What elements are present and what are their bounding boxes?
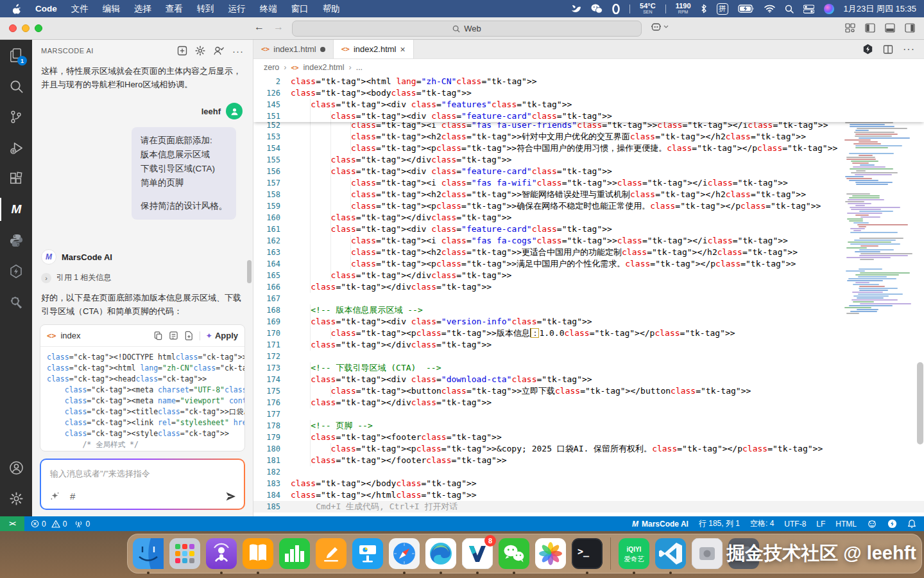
menu-app[interactable]: Code	[28, 0, 64, 17]
account-icon[interactable]	[0, 452, 32, 483]
code-line[interactable]: 170class="tk-tag"><pclass="tk-tag">>版本信息…	[253, 328, 924, 339]
python-icon[interactable]	[0, 225, 32, 256]
control-center-icon[interactable]	[803, 4, 814, 13]
send-button[interactable]	[225, 491, 236, 502]
extensions-icon[interactable]	[0, 163, 32, 194]
temperature-status[interactable]: 54°CSEN	[640, 3, 656, 15]
dock-app-vscode-icon[interactable]	[655, 538, 686, 569]
dock-app-safari-icon[interactable]	[389, 538, 420, 569]
code-line[interactable]: 171class="tk-tag"></divclass="tk-tag">>	[253, 339, 924, 351]
code-line[interactable]: 184class="tk-tag"></htmlclass="tk-tag">>	[253, 489, 924, 501]
app-status-icon[interactable]	[570, 4, 581, 13]
context-hash-button[interactable]: #	[70, 491, 75, 502]
tools-plugin-icon[interactable]	[0, 286, 32, 317]
explorer-icon[interactable]: 1	[0, 40, 32, 71]
menu-7[interactable]: 终端	[253, 0, 284, 17]
breadcrumb-file[interactable]: index2.html	[304, 63, 345, 72]
language-mode[interactable]: HTML	[835, 520, 857, 529]
menu-8[interactable]: 窗口	[284, 0, 316, 17]
dock-app-numbers-icon[interactable]	[279, 538, 310, 569]
code-line[interactable]: 2class="tk-tag"><html lang="zh-CN"class=…	[253, 76, 924, 87]
encoding[interactable]: UTF-8	[784, 520, 806, 529]
code-line[interactable]: 164class="tk-tag"><pclass="tk-tag">>满足中国…	[253, 258, 924, 270]
ring-status-icon[interactable]	[612, 4, 620, 14]
code-line[interactable]: 175class="tk-tag"><buttonclass="tk-tag">…	[253, 385, 924, 397]
new-chat-icon[interactable]	[177, 46, 187, 56]
spotlight-search-icon[interactable]	[785, 4, 794, 13]
code-line[interactable]: 157class="tk-tag"><i class="fas fa-wifi"…	[253, 177, 924, 189]
menu-6[interactable]: 运行	[221, 0, 253, 17]
source-control-icon[interactable]	[0, 101, 32, 132]
wechat-status-icon[interactable]	[591, 4, 603, 13]
reference-toggle[interactable]: › 引用 1 相关信息	[41, 272, 244, 283]
dock-app-photos-icon[interactable]	[535, 538, 566, 569]
close-tab-icon[interactable]: ×	[400, 44, 405, 55]
menu-4[interactable]: 查看	[158, 0, 190, 17]
run-debug-icon[interactable]	[0, 132, 32, 163]
command-sparkle-icon[interactable]	[50, 491, 60, 501]
menu-9[interactable]: 帮助	[316, 0, 347, 17]
code-line[interactable]: 179class="tk-tag"><footerclass="tk-tag">…	[253, 432, 924, 443]
ports-indicator[interactable]: 0	[74, 520, 90, 529]
eol-sequence[interactable]: LF	[816, 520, 825, 529]
minimize-window-button[interactable]	[22, 24, 30, 32]
problems-indicator[interactable]: 0 0	[31, 520, 67, 529]
ai-assistant-icon[interactable]	[867, 520, 877, 529]
code-line[interactable]: 163class="tk-tag"><h2class="tk-tag">>更适合…	[253, 247, 924, 258]
new-file-icon[interactable]	[184, 331, 194, 340]
search-icon[interactable]	[0, 71, 32, 101]
chat-input-box[interactable]: 输入消息或者"/"来选择指令 #	[40, 459, 245, 510]
dock-app-vapp-icon[interactable]: 8	[462, 538, 493, 569]
breadcrumb-more[interactable]: ...	[356, 63, 363, 72]
code-line[interactable]: 168<!-- 版本信息展示区域 -->	[253, 304, 924, 316]
code-line[interactable]: 156class="tk-tag"><div class="feature-ca…	[253, 166, 924, 177]
dock-app-edge-icon[interactable]	[425, 538, 456, 569]
dock-app-terminal-icon[interactable]: >_	[572, 538, 603, 569]
code-line[interactable]: 165class="tk-tag"></divclass="tk-tag">>	[253, 270, 924, 281]
editor-scrollbar[interactable]	[917, 362, 923, 444]
bluetooth-icon[interactable]	[701, 4, 707, 13]
command-center-search[interactable]: Web	[292, 21, 642, 37]
input-method-icon[interactable]: 拼	[717, 3, 728, 15]
dock-app-wechat-icon[interactable]	[499, 538, 529, 569]
settings-gear-icon[interactable]	[195, 46, 205, 56]
code-line[interactable]: 145class="tk-tag"><div class="features"c…	[253, 99, 924, 110]
apple-logo-icon[interactable]	[13, 4, 22, 14]
hexagon-plugin-icon[interactable]	[0, 256, 32, 286]
sticky-scroll[interactable]: 2class="tk-tag"><html lang="zh-CN"class=…	[253, 76, 924, 122]
customize-layout-icon[interactable]	[845, 23, 855, 33]
code-line[interactable]: 162class="tk-tag"><i class="fas fa-cogs"…	[253, 235, 924, 247]
code-line[interactable]: 174class="tk-tag"><div class="download-c…	[253, 374, 924, 385]
fan-status[interactable]: 1190RPM	[676, 3, 691, 15]
dock-app-grayapp-icon[interactable]	[692, 538, 723, 569]
tab-index2.html[interactable]: <>index2.html×	[334, 40, 414, 58]
battery-icon[interactable]	[738, 4, 755, 13]
code-line[interactable]: 158class="tk-tag"><h2class="tk-tag">>智能网…	[253, 189, 924, 200]
marscode-status-item[interactable]: M MarsCode AI	[632, 520, 689, 529]
dock-app-pages-icon[interactable]	[316, 538, 346, 569]
code-line[interactable]: 182	[253, 466, 924, 478]
menu-3[interactable]: 选择	[127, 0, 158, 17]
code-line[interactable]: 160class="tk-tag"></divclass="tk-tag">>	[253, 212, 924, 223]
code-line[interactable]: 181class="tk-tag"></footerclass="tk-tag"…	[253, 455, 924, 466]
assistant-menu-button[interactable]	[651, 22, 669, 31]
dock-app-books-icon[interactable]	[243, 538, 273, 569]
wifi-icon[interactable]	[764, 4, 775, 13]
panel-scrollbar[interactable]	[247, 260, 252, 283]
navigate-forward-button[interactable]: →	[273, 21, 284, 33]
code-line[interactable]: 154class="tk-tag"><pclass="tk-tag">>符合中国…	[253, 143, 924, 154]
menu-1[interactable]: 文件	[64, 0, 96, 17]
dock-app-finder-icon[interactable]	[133, 538, 164, 569]
code-line[interactable]: 185Cmd+I 生成代码, Ctrl+I 打开对话	[253, 501, 924, 512]
toggle-primary-sidebar-icon[interactable]	[865, 23, 875, 33]
remote-indicator[interactable]: ><	[0, 516, 24, 531]
menu-2[interactable]: 编辑	[96, 0, 127, 17]
tab-index1.html[interactable]: <>index1.html	[253, 40, 334, 58]
code-line[interactable]: 180class="tk-tag"><pclass="tk-tag">>&cop…	[253, 443, 924, 455]
copy-icon[interactable]	[153, 331, 163, 340]
notifications-bell-icon[interactable]	[907, 519, 916, 529]
zoom-window-button[interactable]	[35, 24, 42, 32]
code-editor[interactable]: 152class="tk-tag"><i class="fas fa-user-…	[253, 76, 924, 516]
code-line[interactable]: 126class="tk-tag"><bodyclass="tk-tag">>	[253, 87, 924, 99]
code-line[interactable]: 155class="tk-tag"></divclass="tk-tag">>	[253, 154, 924, 166]
